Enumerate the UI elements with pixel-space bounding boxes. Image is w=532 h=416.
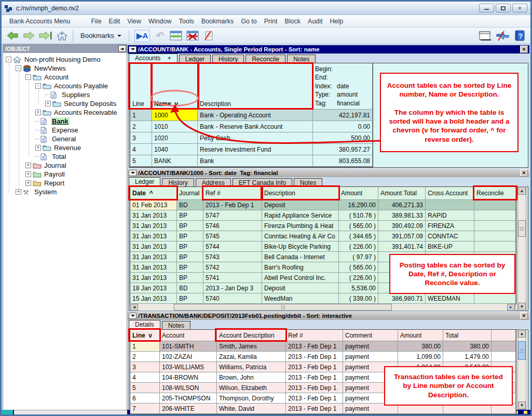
col-header-line-v[interactable]: Line v xyxy=(130,330,160,341)
cell[interactable] xyxy=(474,200,516,210)
back-icon[interactable] xyxy=(6,29,20,43)
cell[interactable]: 5741 xyxy=(203,273,262,283)
cell[interactable]: WeedMan xyxy=(262,293,339,304)
accounts-panel-close-icon[interactable]: ✕ xyxy=(520,46,528,53)
tab-accounts-ledger[interactable]: Ledger xyxy=(179,55,211,63)
cell[interactable]: 31 Jan 2013 xyxy=(130,262,177,273)
col-header-amount[interactable]: Amount xyxy=(398,330,443,341)
cell[interactable]: 2013 - Feb Dep 1 xyxy=(286,341,343,352)
col-header-account[interactable]: Account xyxy=(160,330,217,341)
undo-icon[interactable]: ↶ xyxy=(153,29,167,43)
cell[interactable]: Bank - Operating Account xyxy=(198,110,313,121)
col-header-ref[interactable]: Ref # xyxy=(203,187,262,200)
cell[interactable]: 5,536.00 xyxy=(339,283,378,293)
cell[interactable]: RAPID xyxy=(426,210,474,221)
cell[interactable]: BP xyxy=(177,273,203,283)
scroll-right-icon[interactable]: ► xyxy=(507,304,515,311)
cell[interactable]: 103-WILLIAMS xyxy=(160,362,217,372)
cell[interactable]: 0.00 xyxy=(313,121,373,132)
cell[interactable]: 102-ZAZAI xyxy=(160,352,217,362)
cell[interactable]: Petty Cash xyxy=(198,132,313,144)
delete-table-icon[interactable] xyxy=(185,29,200,43)
cell[interactable]: White, David xyxy=(217,404,286,414)
cell[interactable]: BP xyxy=(177,210,203,221)
scroll-down-icon[interactable]: ▼ xyxy=(518,401,526,409)
col-header-account-description[interactable]: Account Description xyxy=(217,330,286,341)
cell[interactable]: 101-SMITH xyxy=(160,341,217,352)
cell[interactable]: 380.00 xyxy=(443,341,492,352)
forward-icon[interactable] xyxy=(22,29,36,43)
cell[interactable]: Wilson, Elizabeth xyxy=(217,383,286,393)
cell[interactable]: 1,479.00 xyxy=(443,352,492,362)
cell[interactable]: 1040 xyxy=(152,144,198,155)
cell[interactable]: 380,957.27 xyxy=(313,144,373,155)
menu-item-print[interactable]: Print xyxy=(261,17,281,26)
tree-item-system[interactable]: +⚒System xyxy=(3,187,127,196)
tree-expander[interactable]: + xyxy=(25,163,31,168)
cell[interactable]: 206-WHITE xyxy=(160,404,217,414)
cell[interactable]: Zazai, Kamila xyxy=(217,352,286,362)
cell[interactable]: Conntac Heating & Air Co xyxy=(262,231,339,241)
tab-transaction-notes[interactable]: Notes xyxy=(162,321,190,330)
col-header-amount-total[interactable]: Amount Total xyxy=(378,187,426,200)
cell[interactable]: Rapid Appliance Service xyxy=(262,210,339,221)
cell[interactable]: 1000 xyxy=(152,110,198,121)
cell[interactable]: 4 xyxy=(130,144,152,155)
window-titlebar[interactable]: c:/nv/nvnph_demo.nv2 ✕ xyxy=(2,2,530,15)
tree-item-general[interactable]: General xyxy=(3,135,127,143)
tree-collapse-arrow-icon[interactable]: ➜ xyxy=(118,45,126,52)
cell[interactable]: 1010 xyxy=(152,121,198,132)
cell[interactable]: 5 xyxy=(130,155,152,167)
menu-item-view[interactable]: View xyxy=(124,17,145,26)
cell[interactable]: Bike-Up Bicycle Parking xyxy=(262,241,339,252)
col-header-total[interactable]: Total xyxy=(443,330,492,341)
tab-accounts-history[interactable]: History xyxy=(212,55,244,63)
tree-item-accounts-receivable[interactable]: +Accounts Receivable xyxy=(3,108,127,117)
menu-item-edit[interactable]: Edit xyxy=(105,17,124,26)
close-icon[interactable]: ✕ xyxy=(512,4,527,12)
tab-accounts-notes[interactable]: Notes xyxy=(287,55,316,63)
cell[interactable]: payment xyxy=(343,341,398,352)
col-header-amount[interactable]: Amount xyxy=(339,187,378,200)
tree-expander[interactable]: + xyxy=(25,180,31,186)
transaction-vertical-scrollbar[interactable]: ▲ ▼ xyxy=(517,329,526,410)
tab-ledger-history[interactable]: History xyxy=(162,178,194,187)
window-icon[interactable] xyxy=(478,29,493,43)
tree-expander[interactable]: - xyxy=(35,83,41,89)
menu-item-bookmarks[interactable]: Bookmarks xyxy=(198,17,238,26)
cell[interactable]: Bank xyxy=(198,155,313,167)
cell[interactable]: 108-WILSON xyxy=(160,383,217,393)
help-icon[interactable]: ? xyxy=(513,29,526,43)
cell[interactable]: BD xyxy=(177,283,203,293)
cell[interactable]: ( 344.65 ) xyxy=(339,231,378,241)
ledger-vertical-scrollbar[interactable]: ▲ ▼ xyxy=(517,186,526,311)
menu-item-file[interactable]: File xyxy=(87,17,105,26)
tree-expander[interactable]: + xyxy=(35,110,41,115)
ledger-vscroll-thumb[interactable] xyxy=(518,220,526,237)
tree-expander[interactable]: - xyxy=(25,74,31,80)
menu-item-window[interactable]: Window xyxy=(145,17,175,26)
cell[interactable]: BP xyxy=(177,252,203,262)
tab-ledger-ledger[interactable]: Ledger xyxy=(129,177,160,187)
minimize-icon[interactable] xyxy=(479,4,494,12)
cell[interactable]: 2013 - Feb Dep 1 xyxy=(286,383,343,393)
cell[interactable] xyxy=(474,241,516,252)
menu-item-go-to[interactable]: Go to xyxy=(237,17,261,26)
menu-item-block[interactable]: Block xyxy=(281,17,304,26)
cell[interactable]: 16,290.00 xyxy=(339,200,378,210)
cell[interactable]: 2013 - Feb Dep 1 xyxy=(286,372,343,383)
col-header-reconcile[interactable]: Reconcile xyxy=(474,187,516,200)
scroll-up-icon[interactable]: ▲ xyxy=(518,187,526,195)
goto-account-icon[interactable]: ▶A xyxy=(133,29,151,43)
tree-item-account[interactable]: -Account xyxy=(3,73,127,82)
cell[interactable] xyxy=(474,293,516,304)
tree-item-newviews[interactable]: -NewViews xyxy=(3,64,127,73)
ledger-hscroll-thumb[interactable] xyxy=(174,304,392,311)
cell[interactable]: 2013 - Feb Dep 1 xyxy=(286,352,343,362)
cell[interactable]: 389,981.33 xyxy=(378,210,426,221)
cell[interactable]: 5744 xyxy=(203,241,262,252)
cell[interactable]: 1020 xyxy=(152,132,198,144)
cell[interactable] xyxy=(474,231,516,241)
cell[interactable]: 2 xyxy=(130,121,152,132)
ledger-horizontal-scrollbar[interactable]: ◄ ► xyxy=(130,303,515,311)
